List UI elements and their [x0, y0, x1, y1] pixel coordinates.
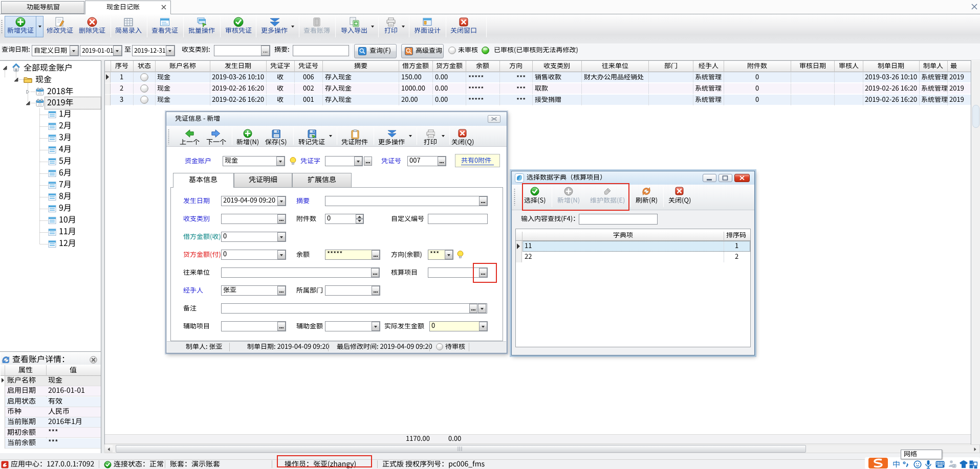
- svg-text:21: 21: [38, 102, 42, 106]
- svg-text:21: 21: [38, 91, 42, 95]
